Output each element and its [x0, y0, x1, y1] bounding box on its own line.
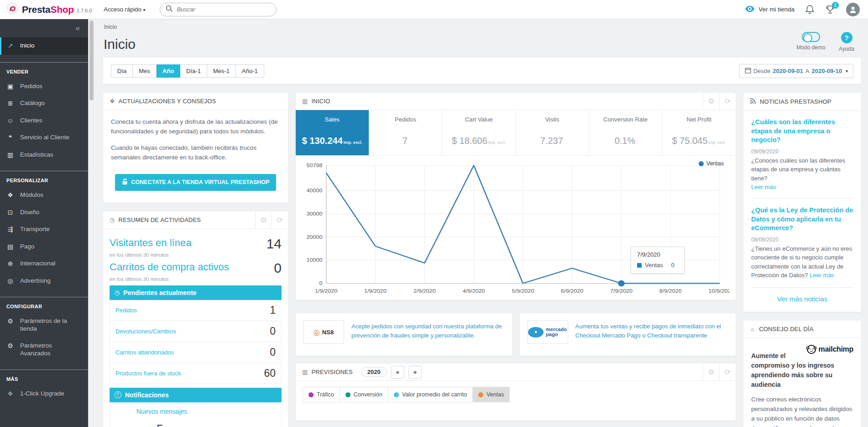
search-input[interactable]	[177, 6, 271, 13]
rss-icon	[750, 98, 756, 105]
notifications-bell-button[interactable]	[805, 5, 814, 14]
lightbulb-icon: ☼	[750, 326, 755, 332]
alert-icon: !	[115, 391, 121, 398]
updates-paragraph-2: Cuando te hayas conectado, también recib…	[111, 143, 280, 163]
legend-tab-valor-promedio[interactable]: Valor promedio del carrito	[388, 387, 473, 402]
chevron-down-icon: ▾	[143, 7, 145, 12]
pending-header: ◷ Pendientes actualmente	[110, 285, 282, 300]
gear-icon[interactable]: ⚙	[703, 93, 719, 110]
period-ano-1-button[interactable]: Año-1	[236, 64, 264, 78]
read-more-link[interactable]: Leer más	[751, 184, 776, 190]
refresh-icon[interactable]: ⟳	[272, 211, 288, 228]
toggle-icon[interactable]	[802, 32, 820, 42]
row-link[interactable]: Devoluciones/Cambios	[115, 328, 176, 335]
row-link[interactable]: Carritos abandonados	[115, 349, 174, 356]
prestashop-logo[interactable]: PrestaShop	[6, 2, 74, 16]
article-excerpt: ¿Conoces cuáles son las diferentes etapa…	[751, 156, 853, 183]
sidebar-item-parametros-tienda[interactable]: ⚙Parámetros de la tienda	[0, 313, 88, 337]
chart-tooltip: 7/9/2020 Ventas 0	[631, 247, 685, 274]
date-range-selector[interactable]: Desde 2020-09-01 A 2020-09-10 ▾	[739, 64, 853, 78]
sidebar-item-pago[interactable]: ▤Pago	[0, 238, 88, 256]
kpi-tab-sales[interactable]: Sales $ 130.244Imp. excl.	[296, 110, 369, 155]
sidebar-item-pedidos[interactable]: ▣Pedidos	[0, 78, 88, 95]
sidebar-item-parametros-avanzados[interactable]: ⚙Parámetros Avanzados	[0, 337, 88, 362]
section-title: CONFIGURAR	[0, 304, 88, 313]
row-link[interactable]: Productos fuera de stock	[115, 370, 181, 377]
period-mes-1-button[interactable]: Mes-1	[207, 64, 236, 78]
card-title: INICIO	[311, 98, 330, 105]
read-more-link[interactable]: Leer más	[810, 272, 834, 279]
globe-icon: ⊕	[6, 260, 14, 268]
achievements-trophy-button[interactable]: 1	[825, 5, 835, 15]
sidebar-item-clientes[interactable]: ☺Clientes	[0, 112, 88, 130]
notifications-header: ! Notificaciones	[110, 388, 282, 402]
kpi-tab-cart-value[interactable]: Cart Value $ 18.606Imp. excl.	[442, 110, 516, 155]
legend-tab-conversion[interactable]: Conversión	[340, 387, 388, 402]
sidebar-item-catalogo[interactable]: ≣Catálogo	[0, 95, 88, 112]
refresh-icon[interactable]: ⟳	[719, 364, 736, 380]
sidebar-item-advertising[interactable]: ◎Advertising	[0, 273, 88, 290]
sidebar: « ↗ Inicio VENDER ▣Pedidos ≣Catálogo ☺Cl…	[0, 19, 88, 427]
brand-presta: Presta	[22, 4, 50, 15]
period-ano-button[interactable]: Año	[157, 64, 180, 78]
metric-label[interactable]: Visitantes en línea	[110, 237, 191, 249]
article-title[interactable]: ¿Cuáles son las diferentes etapas de una…	[751, 118, 853, 145]
question-mark-icon: ?	[841, 32, 852, 43]
svg-text:7/9/2020: 7/9/2020	[610, 288, 633, 294]
demo-mode-toggle[interactable]: Modo demo	[796, 32, 826, 52]
kpi-tab-visits[interactable]: Visits 7.237	[516, 110, 589, 155]
refresh-icon[interactable]: ⟳	[719, 93, 736, 110]
online-visitors-metric: Visitantes en línea 14	[110, 237, 282, 251]
sidebar-section-mas: MÁS ❖1-Click Upgrade	[0, 369, 88, 403]
more-news-link[interactable]: Ver más noticias	[751, 295, 853, 303]
news-article: ¿Qué es la Ley de Protección de Datos y …	[751, 206, 853, 280]
gear-icon[interactable]: ⚙	[703, 364, 719, 380]
sidebar-item-estadisticas[interactable]: ▥Estadísticas	[0, 147, 88, 164]
row-value: 0	[270, 326, 276, 337]
metric-label[interactable]: Carritos de compra activos	[110, 261, 229, 273]
kpi-tab-pedidos[interactable]: Pedidos 7	[369, 110, 443, 155]
sidebar-item-diseno[interactable]: ⊡Diseño	[0, 204, 88, 221]
section-title: VENDER	[0, 69, 88, 78]
connect-addons-button[interactable]: CONECTATE A LA TIENDA VIRTUAL PRESTASHOP	[115, 174, 277, 191]
ns8-banner-link[interactable]: Acepte pedidos con seguridad con nuestra…	[351, 322, 505, 340]
sidebar-scrollbar[interactable]	[88, 19, 94, 427]
svg-text:8/9/2020: 8/9/2020	[659, 288, 682, 294]
sidebar-item-modulos[interactable]: ❖Módulos	[0, 187, 88, 204]
search-bar[interactable]	[160, 3, 277, 16]
quick-access-dropdown[interactable]: Acceso rápido ▾	[104, 6, 145, 13]
article-title[interactable]: ¿Qué es la Ley de Protección de Datos y …	[751, 206, 853, 233]
kpi-tab-net-profit[interactable]: Net Profit $ 75.045Imp. excl.	[662, 110, 736, 155]
sidebar-item-1-click-upgrade[interactable]: ❖1-Click Upgrade	[0, 385, 88, 403]
period-mes-button[interactable]: Mes	[133, 64, 157, 78]
new-messages-link[interactable]: Nuevos mensajes	[136, 408, 275, 415]
gear-icon[interactable]: ⚙	[255, 211, 272, 228]
sidebar-item-inicio[interactable]: ↗ Inicio	[0, 37, 88, 55]
sidebar-item-internacional[interactable]: ⊕Internacional	[0, 255, 88, 273]
gear-icon: ⚙	[6, 317, 14, 326]
next-year-button[interactable]: »	[408, 366, 422, 379]
forecast-card: ▥PREVISIONES 2020 « » ⚙ ⟳ Trá	[296, 364, 736, 421]
kpi-tab-conversion-rate[interactable]: Conversion Rate 0.1%	[589, 110, 663, 155]
scrollbar-thumb[interactable]	[89, 21, 94, 100]
legend-tab-ventas[interactable]: Ventas	[473, 387, 509, 402]
article-date: 08/09/2020	[751, 237, 853, 243]
legend-dot	[478, 392, 483, 397]
forecast-legend-tabs: Tráfico Conversión Valor promedio del ca…	[303, 387, 510, 402]
legend-tab-trafico[interactable]: Tráfico	[303, 387, 340, 402]
sidebar-item-servicio-al-cliente[interactable]: ❝Servicio al Cliente	[0, 129, 88, 147]
sidebar-item-transporte[interactable]: ⇶Transporte	[0, 221, 88, 238]
period-dia-button[interactable]: Día	[111, 64, 133, 78]
help-button[interactable]: ? Ayuda	[832, 32, 861, 52]
card-title: NOTICIAS PRESTASHOP	[760, 98, 831, 105]
period-dia-1-button[interactable]: Día-1	[180, 64, 207, 78]
previous-year-button[interactable]: «	[391, 366, 404, 379]
sidebar-collapse-button[interactable]: «	[0, 22, 88, 37]
mercado-pago-banner-link[interactable]: Aumenta tus ventas y recibe pagos de inm…	[575, 322, 729, 340]
tooltip-date: 7/9/2020	[637, 251, 678, 258]
user-avatar[interactable]	[846, 3, 860, 16]
new-messages-count: 5	[157, 422, 275, 427]
row-link[interactable]: Pedidos	[115, 307, 137, 314]
puzzle-icon: ❖	[110, 98, 115, 105]
view-shop-link[interactable]: Ver mi tienda	[745, 5, 795, 14]
